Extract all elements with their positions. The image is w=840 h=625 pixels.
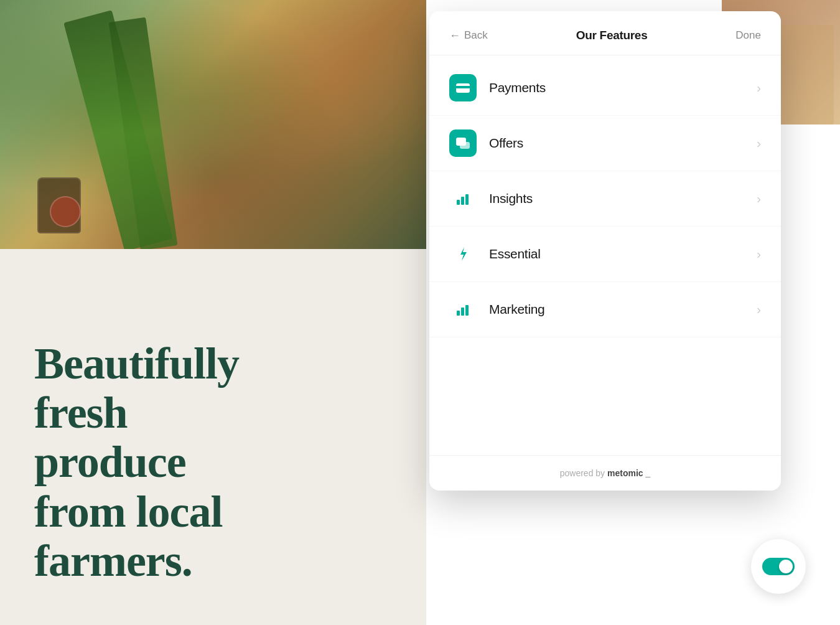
svg-rect-9 [461, 308, 464, 316]
offers-icon-container [449, 129, 477, 157]
hero-line-4: from local [34, 487, 376, 537]
essential-icon [454, 245, 472, 263]
book-decoration [772, 25, 834, 125]
offers-label: Offers [489, 136, 757, 151]
svg-rect-4 [457, 200, 460, 205]
food-image [0, 0, 426, 252]
back-button[interactable]: ← Back [449, 29, 488, 42]
svg-rect-5 [461, 197, 464, 205]
feature-item-payments[interactable]: Payments › [429, 60, 781, 116]
round-label [50, 196, 81, 227]
feature-item-marketing[interactable]: Marketing › [429, 282, 781, 337]
footer-powered-text: powered by [560, 468, 605, 478]
essential-chevron-icon: › [757, 247, 761, 261]
payments-chevron-icon: › [757, 81, 761, 95]
payments-label: Payments [489, 80, 757, 95]
feature-item-insights[interactable]: Insights › [429, 171, 781, 227]
offers-chevron-icon: › [757, 136, 761, 151]
offers-icon [454, 134, 472, 152]
hero-line-2: fresh [34, 388, 376, 438]
insights-label: Insights [489, 191, 757, 206]
insights-icon [454, 190, 472, 207]
essential-label: Essential [489, 247, 757, 261]
marketing-label: Marketing [489, 302, 757, 317]
footer-brand: metomic _ [607, 468, 650, 478]
feature-item-offers[interactable]: Offers › [429, 116, 781, 171]
done-button[interactable]: Done [735, 29, 761, 42]
feature-list: Payments › Offers › Insig [429, 55, 781, 455]
panel-title: Our Features [576, 29, 648, 42]
hero-text-block: Beautifully fresh produce from local far… [34, 339, 376, 586]
marketing-chevron-icon: › [757, 303, 761, 317]
svg-rect-3 [460, 142, 470, 149]
marketing-icon [454, 301, 472, 318]
toggle-switch[interactable] [762, 558, 795, 575]
features-panel: ← Back Our Features Done Payments › [429, 11, 781, 491]
hero-line-5: farmers. [34, 537, 376, 586]
toggle-knob [779, 560, 793, 573]
svg-rect-1 [456, 86, 470, 88]
insights-chevron-icon: › [757, 192, 761, 206]
insights-icon-container [449, 185, 477, 212]
hero-line-1: Beautifully [34, 339, 376, 388]
back-arrow-icon: ← [449, 29, 460, 42]
essential-icon-container [449, 240, 477, 268]
svg-rect-10 [465, 305, 469, 316]
payments-icon-container [449, 74, 477, 101]
marketing-icon-container [449, 296, 477, 323]
svg-rect-6 [465, 194, 469, 205]
svg-rect-8 [457, 311, 460, 316]
back-label: Back [464, 29, 488, 42]
payments-icon [454, 79, 472, 96]
feature-item-essential[interactable]: Essential › [429, 227, 781, 282]
svg-marker-7 [460, 247, 467, 261]
hero-line-3: produce [34, 438, 376, 487]
cookie-toggle-bubble[interactable] [751, 539, 806, 594]
panel-footer: powered by metomic _ [429, 455, 781, 491]
panel-header: ← Back Our Features Done [429, 11, 781, 55]
